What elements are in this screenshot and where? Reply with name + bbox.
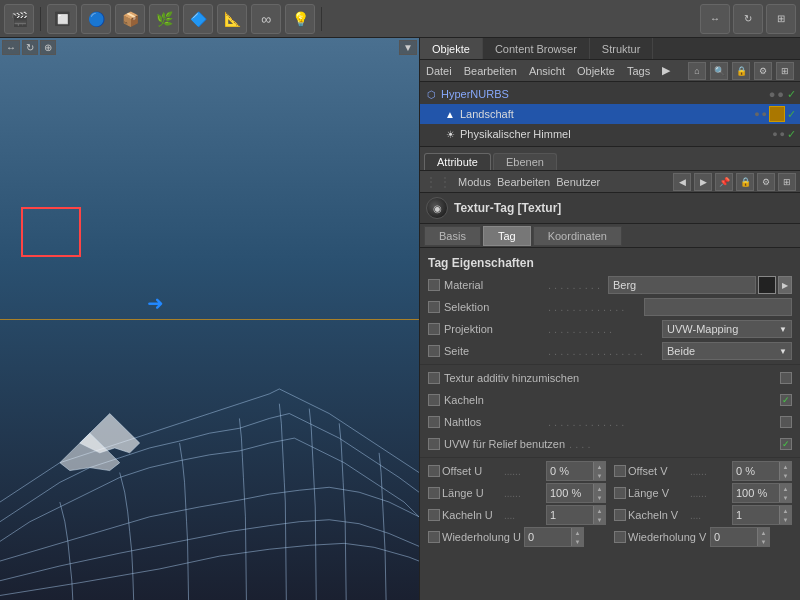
prop-checkbox-selektion[interactable] bbox=[428, 301, 440, 313]
attr-menu-benutzer[interactable]: Benutzer bbox=[556, 176, 600, 188]
spin-up-laenge-v[interactable]: ▲ bbox=[779, 484, 791, 493]
cb-kacheln-v[interactable] bbox=[614, 509, 626, 521]
subtab-basis[interactable]: Basis bbox=[424, 226, 481, 246]
cb-offset-v[interactable] bbox=[614, 465, 626, 477]
input-kacheln-v[interactable] bbox=[733, 506, 779, 524]
toolbar-icon-cube[interactable]: 🔲 bbox=[47, 4, 77, 34]
menu-icon-home[interactable]: ⌂ bbox=[688, 62, 706, 80]
prop-checkbox-uvw-val[interactable]: ✓ bbox=[780, 438, 792, 450]
spin-down-wiederholung-v[interactable]: ▼ bbox=[757, 537, 769, 546]
main-layout: .wl { stroke: #aaccee; stroke-width: 0.7… bbox=[0, 38, 800, 600]
menu-bearbeiten[interactable]: Bearbeiten bbox=[464, 65, 517, 77]
toolbar-icon-move[interactable]: ↔ bbox=[700, 4, 730, 34]
attr-btn-pin[interactable]: 📌 bbox=[715, 173, 733, 191]
vp-zoom-btn[interactable]: ⊕ bbox=[40, 40, 56, 55]
spin-down-laenge-v[interactable]: ▼ bbox=[779, 493, 791, 502]
toolbar-icon-scale[interactable]: ⊞ bbox=[766, 4, 796, 34]
menu-icon-search[interactable]: 🔍 bbox=[710, 62, 728, 80]
cb-offset-u[interactable] bbox=[428, 465, 440, 477]
prop-checkbox-projektion[interactable] bbox=[428, 323, 440, 335]
spin-down-kacheln-u[interactable]: ▼ bbox=[593, 515, 605, 524]
input-offset-v[interactable] bbox=[733, 462, 779, 480]
prop-checkbox-seite[interactable] bbox=[428, 345, 440, 357]
menu-ansicht[interactable]: Ansicht bbox=[529, 65, 565, 77]
prop-checkbox-nahtlos[interactable] bbox=[428, 416, 440, 428]
spin-up-wiederholung-v[interactable]: ▲ bbox=[757, 528, 769, 537]
spin-down-offset-v[interactable]: ▼ bbox=[779, 471, 791, 480]
attr-menu-bearbeiten[interactable]: Bearbeiten bbox=[497, 176, 550, 188]
spin-up-offset-u[interactable]: ▲ bbox=[593, 462, 605, 471]
toolbar-icon-deformer[interactable]: 🔷 bbox=[183, 4, 213, 34]
cb-kacheln-u[interactable] bbox=[428, 509, 440, 521]
menu-tags[interactable]: Tags bbox=[627, 65, 650, 77]
toolbar-icon-rotate[interactable]: ↻ bbox=[733, 4, 763, 34]
subtab-koordinaten[interactable]: Koordinaten bbox=[533, 226, 622, 246]
prop-swatch-material[interactable] bbox=[758, 276, 776, 294]
input-kacheln-u[interactable] bbox=[547, 506, 593, 524]
prop-dropdown-projektion[interactable]: UVW-Mapping ▼ bbox=[662, 320, 792, 338]
prop-input-material[interactable] bbox=[608, 276, 756, 294]
prop-checkbox-uvw[interactable] bbox=[428, 438, 440, 450]
attr-btn-back[interactable]: ◀ bbox=[673, 173, 691, 191]
prop-checkbox-nahtlos-val[interactable] bbox=[780, 416, 792, 428]
viewport-menu-button[interactable]: ▼ bbox=[399, 40, 417, 55]
attr-btn-expand[interactable]: ⊞ bbox=[778, 173, 796, 191]
toolbar-icon-light[interactable]: 💡 bbox=[285, 4, 315, 34]
prop-dropdown-seite[interactable]: Beide ▼ bbox=[662, 342, 792, 360]
menu-icon-expand[interactable]: ⊞ bbox=[776, 62, 794, 80]
cb-wiederholung-v[interactable] bbox=[614, 531, 626, 543]
input-wiederholung-v[interactable] bbox=[711, 528, 757, 546]
menu-icon-settings[interactable]: ⚙ bbox=[754, 62, 772, 80]
prop-checkbox-textur-additiv-val[interactable] bbox=[780, 372, 792, 384]
menu-objekte[interactable]: Objekte bbox=[577, 65, 615, 77]
tab-struktur[interactable]: Struktur bbox=[590, 38, 654, 59]
input-laenge-u[interactable] bbox=[547, 484, 593, 502]
spin-up-offset-v[interactable]: ▲ bbox=[779, 462, 791, 471]
tab-attribute[interactable]: Attribute bbox=[424, 153, 491, 170]
spin-down-offset-u[interactable]: ▼ bbox=[593, 471, 605, 480]
tree-texture-thumb[interactable] bbox=[769, 106, 785, 122]
menu-more[interactable]: ▶ bbox=[662, 64, 670, 77]
cb-wiederholung-u[interactable] bbox=[428, 531, 440, 543]
attr-btn-settings[interactable]: ⚙ bbox=[757, 173, 775, 191]
spin-down-wiederholung-u[interactable]: ▼ bbox=[571, 537, 583, 546]
prop-checkbox-textur-additiv[interactable] bbox=[428, 372, 440, 384]
toolbar-icon-cinema[interactable]: 🎬 bbox=[4, 4, 34, 34]
tree-item-landschaft[interactable]: ▲ Landschaft ● ● ✓ bbox=[420, 104, 800, 124]
spin-up-kacheln-u[interactable]: ▲ bbox=[593, 506, 605, 515]
toolbar-icon-nurbs[interactable]: 🔵 bbox=[81, 4, 111, 34]
tab-objekte[interactable]: Objekte bbox=[420, 38, 483, 59]
input-laenge-v[interactable] bbox=[733, 484, 779, 502]
toolbar-icon-polygon[interactable]: 📦 bbox=[115, 4, 145, 34]
cb-laenge-u[interactable] bbox=[428, 487, 440, 499]
attr-btn-lock[interactable]: 🔒 bbox=[736, 173, 754, 191]
attr-btn-forward[interactable]: ▶ bbox=[694, 173, 712, 191]
toolbar-icon-generator[interactable]: ∞ bbox=[251, 4, 281, 34]
menu-datei[interactable]: Datei bbox=[426, 65, 452, 77]
spin-up-laenge-u[interactable]: ▲ bbox=[593, 484, 605, 493]
prop-input-selektion[interactable] bbox=[644, 298, 792, 316]
vp-move-btn[interactable]: ↔ bbox=[2, 40, 20, 55]
tab-ebenen[interactable]: Ebenen bbox=[493, 153, 557, 170]
input-wiederholung-u[interactable] bbox=[525, 528, 571, 546]
prop-checkbox-kacheln[interactable] bbox=[428, 394, 440, 406]
tab-content-browser[interactable]: Content Browser bbox=[483, 38, 590, 59]
subtab-tag[interactable]: Tag bbox=[483, 226, 531, 246]
toolbar-icon-spline[interactable]: 🌿 bbox=[149, 4, 179, 34]
tree-item-sky[interactable]: ☀ Physikalischer Himmel ● ● ✓ bbox=[420, 124, 800, 144]
vp-rot-btn[interactable]: ↻ bbox=[22, 40, 38, 55]
cb-laenge-v[interactable] bbox=[614, 487, 626, 499]
toolbar-icon-array[interactable]: 📐 bbox=[217, 4, 247, 34]
tree-item-hypernurbs[interactable]: ⬡ HyperNURBS ●● ✓ bbox=[420, 84, 800, 104]
spin-up-wiederholung-u[interactable]: ▲ bbox=[571, 528, 583, 537]
input-offset-u[interactable] bbox=[547, 462, 593, 480]
attr-menu-modus[interactable]: Modus bbox=[458, 176, 491, 188]
spin-up-kacheln-v[interactable]: ▲ bbox=[779, 506, 791, 515]
viewport[interactable]: .wl { stroke: #aaccee; stroke-width: 0.7… bbox=[0, 38, 420, 600]
prop-checkbox-material[interactable] bbox=[428, 279, 440, 291]
prop-arrow-material[interactable]: ▶ bbox=[778, 276, 792, 294]
spin-down-kacheln-v[interactable]: ▼ bbox=[779, 515, 791, 524]
prop-checkbox-kacheln-val[interactable]: ✓ bbox=[780, 394, 792, 406]
spin-down-laenge-u[interactable]: ▼ bbox=[593, 493, 605, 502]
menu-icon-lock[interactable]: 🔒 bbox=[732, 62, 750, 80]
